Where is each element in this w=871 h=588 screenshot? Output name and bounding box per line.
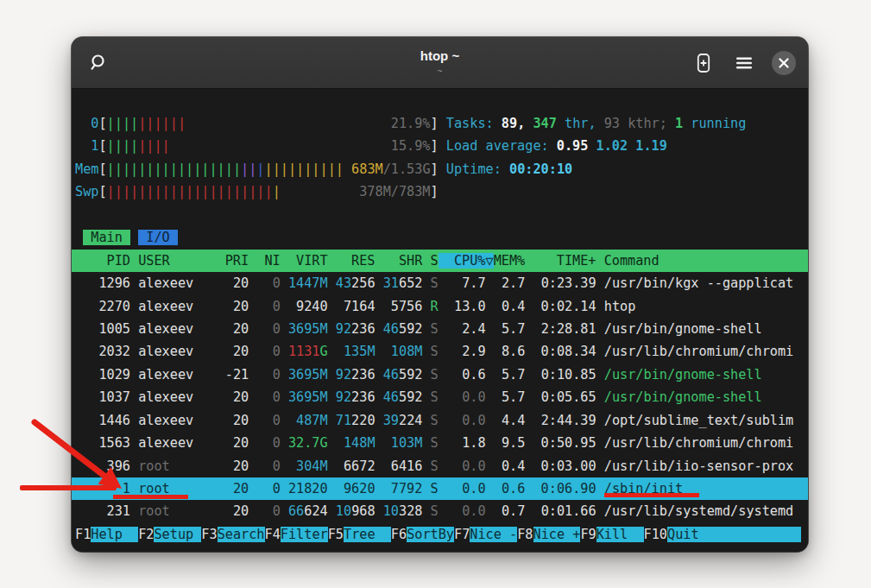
fnkey-f4: F4 [265,527,281,542]
search-button[interactable] [84,49,111,77]
fnkey-f6: F6 [391,527,407,542]
load-average: Load average: 0.95 1.02 1.19 [446,138,667,154]
tab-io[interactable]: I/O [138,230,178,245]
process-row[interactable]: 1296 alexeev 20 0 1447M 43256 31652 S 7.… [75,272,808,294]
fnkey-f3: F3 [201,527,217,542]
process-row[interactable]: 1563 alexeev 20 0 32.7G 148M 103M S 1.8 … [75,432,808,454]
tasks-summary: Tasks: 89, 347 thr, 93 kthr; 1 running [446,116,747,131]
swap-meter: Swp[|||||||||||||||||||||| 378M/783M] [75,180,808,203]
sort-column-cpu[interactable]: CPU%▽ [439,253,494,269]
fnbutton-filter[interactable]: Filter [281,527,328,542]
new-tab-icon [694,53,713,73]
fnbutton-nice+[interactable]: Nice + [533,527,581,542]
fnbutton-quit[interactable]: Quit [667,527,801,542]
tab-bar: Main I/O [75,226,808,249]
fnbutton-nice-[interactable]: Nice - [470,527,517,542]
hamburger-menu-icon [735,56,753,70]
window-title: htop ~ [420,48,459,63]
cpu-meter-0: 0[|||||||||| 21.9%] Tasks: 89, 347 thr, … [75,112,808,135]
fnkey-f2: F2 [138,527,154,542]
process-row[interactable]: 2032 alexeev 20 0 1131G 135M 108M S 2.9 … [75,340,808,363]
process-row[interactable]: 1005 alexeev 20 0 3695M 92236 46592 S 2.… [75,318,808,340]
process-row[interactable]: 396 root 20 0 304M 6672 6416 S 0.0 0.4 0… [75,455,808,477]
fnbutton-tree[interactable]: Tree [344,527,391,542]
memory-meter: Mem[|||||||||||||||||||||||||||||| 683M/… [75,158,808,180]
process-row[interactable]: 1029 alexeev -21 0 3695M 92236 46592 S 0… [75,364,808,386]
desktop-background: { "window": { "title": "htop ~", "subtit… [0,0,871,588]
fnkey-f7: F7 [454,527,470,542]
fnbutton-help[interactable]: Help [91,527,138,542]
console-window: htop ~ ~ [72,37,808,552]
fnbutton-sortby[interactable]: SortBy [407,527,454,542]
search-icon [87,53,108,73]
fnkey-f1: F1 [75,527,91,542]
process-row[interactable]: 231 root 20 0 66624 10968 10328 S 0.0 0.… [75,500,808,522]
fnkey-f5: F5 [328,527,344,542]
menu-button[interactable] [732,53,756,73]
table-header[interactable]: PID USER PRI NI VIRT RES SHR S CPU%▽MEM%… [72,250,808,272]
close-icon [779,58,789,68]
process-row[interactable]: 2270 alexeev 20 0 9240 7164 5756 R 13.0 … [75,295,808,318]
function-key-bar: F1Help F2Setup F3SearchF4FilterF5Tree F6… [75,523,808,546]
spacer-line [75,204,808,226]
terminal[interactable]: 0[|||||||||| 21.9%] Tasks: 89, 347 thr, … [72,89,808,552]
process-row[interactable]: 1446 alexeev 20 0 487M 71220 39224 S 0.0… [75,409,808,432]
fnkey-f10: F10 [644,527,667,542]
tab-main[interactable]: Main [83,230,130,245]
fnbutton-search[interactable]: Search [218,527,265,542]
fnbutton-kill[interactable]: Kill [596,527,644,542]
window-subtitle: ~ [438,66,443,77]
process-row[interactable]: 1037 alexeev 20 0 3695M 92236 46592 S 0.… [75,386,808,408]
titlebar: htop ~ ~ [72,37,808,89]
cpu-meter-1: 1[|||||||| 15.9%] Load average: 0.95 1.0… [75,135,808,157]
new-tab-button[interactable] [691,49,716,77]
uptime: Uptime: 00:20:10 [446,161,572,177]
process-row[interactable]: 1 root 20 0 21820 9620 7792 S 0.0 0.6 0:… [72,477,808,500]
fnkey-f8: F8 [517,527,533,542]
close-button[interactable] [772,51,796,75]
fnbutton-setup[interactable]: Setup [154,527,201,542]
fnkey-f9: F9 [580,527,596,542]
